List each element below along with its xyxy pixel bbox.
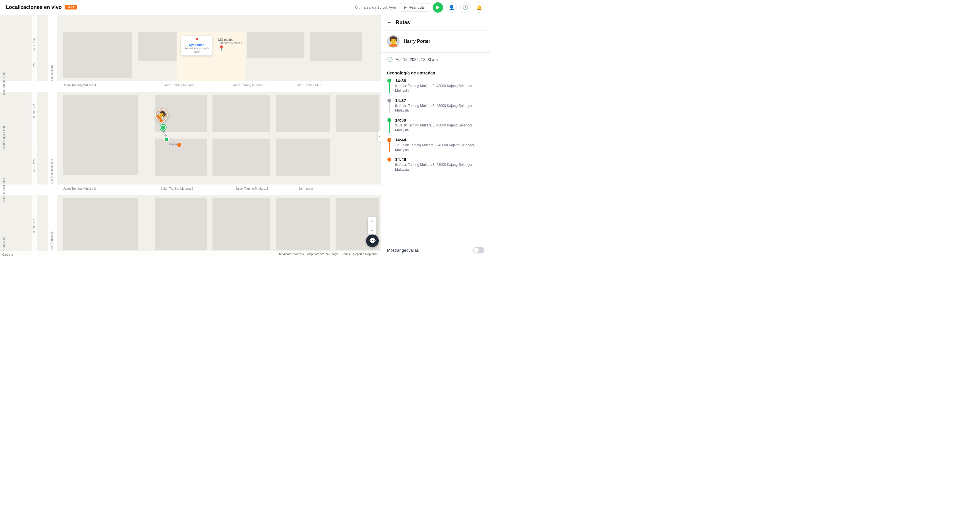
timeline-item-4: 14:46 9. Jalan Taming Mutiara 3, 43000 K… bbox=[387, 157, 484, 172]
last-exit-text: Última salida 15:53, Ayer bbox=[355, 5, 396, 10]
timeline-time-1: 14:37 bbox=[395, 98, 484, 103]
timeline-addr-1: 9. Jalan Taming Mutiara 3, 43000 Kajang … bbox=[395, 104, 484, 113]
timeline-dot-2 bbox=[387, 118, 391, 122]
md-pin-icon: 📍 bbox=[218, 45, 242, 51]
bell-icon-button[interactable]: 🔔 bbox=[474, 2, 484, 13]
timeline-item-0: 14:36 9. Jalan Taming Mutiara 3, 43000 K… bbox=[387, 78, 484, 93]
date-clock-icon: 🕐 bbox=[387, 57, 393, 62]
timeline-addr-2: 9. Jalan Taming Mutiara 3, 43000 Kajang … bbox=[395, 123, 484, 133]
right-panel: ← Rutas 🧑‍🦱 Harry Potter 🕐 Apr 12, 2024,… bbox=[381, 15, 490, 257]
user-icon: 👤 bbox=[449, 5, 455, 10]
report-error-link[interactable]: Report a map error bbox=[353, 253, 378, 256]
timeline-time-0: 14:36 bbox=[395, 78, 484, 83]
timeline-dot-3 bbox=[387, 138, 391, 142]
trail-dot-5 bbox=[172, 143, 174, 145]
avatar: 🧑‍🦱 bbox=[387, 35, 400, 48]
timeline-time-2: 14:38 bbox=[395, 118, 484, 123]
beta-badge: BETA bbox=[65, 5, 77, 10]
timeline-content-4: 14:46 9. Jalan Taming Mutiara 3, 43000 K… bbox=[395, 157, 484, 172]
zoom-in-button[interactable]: + bbox=[368, 217, 376, 226]
timeline-line-0 bbox=[389, 83, 390, 93]
trail-dot-4 bbox=[169, 143, 172, 145]
keyboard-shortcuts[interactable]: Keyboard shortcuts bbox=[279, 253, 304, 256]
map-data: Map data ©2024 Google bbox=[307, 253, 339, 256]
svg-marker-0 bbox=[436, 5, 440, 10]
date-text: Apr 12, 2024, 12:00 am bbox=[396, 57, 438, 62]
chat-button[interactable]: 💬 bbox=[366, 234, 379, 247]
bell-icon: 🔔 bbox=[476, 5, 482, 10]
timeline-dot-1 bbox=[387, 99, 391, 103]
panel-title: Rutas bbox=[396, 19, 410, 26]
timeline-content-3: 14:44 12. Jalan Taming Mutiara 2, 43000 … bbox=[395, 137, 484, 153]
timeline-dot-col-2 bbox=[387, 118, 391, 133]
play-icon: ▶ bbox=[404, 5, 407, 10]
trail-dot-6 bbox=[175, 143, 177, 145]
zoom-controls: + − bbox=[368, 217, 376, 234]
kyo-name: Kyo Studio bbox=[183, 43, 210, 47]
timeline-time-3: 14:44 bbox=[395, 137, 484, 142]
chat-icon: 💬 bbox=[369, 238, 376, 244]
trail-dot-green-start bbox=[160, 125, 166, 131]
date-info-row: 🕐 Apr 12, 2024, 12:00 am bbox=[381, 53, 490, 66]
timeline-item-3: 14:44 12. Jalan Taming Mutiara 2, 43000 … bbox=[387, 137, 484, 153]
timeline-addr-4: 9. Jalan Taming Mutiara 3, 43000 Kajang … bbox=[395, 163, 484, 172]
zoom-out-button[interactable]: − bbox=[368, 226, 376, 234]
app-title: Localizaciones en vivo bbox=[6, 4, 62, 10]
timeline-dot-0 bbox=[387, 79, 391, 83]
trail-dot-orange bbox=[177, 143, 181, 147]
timeline-section: Cronología de entradas 14:36 9. Jalan Ta… bbox=[381, 66, 490, 243]
geofence-label: Mostrar geovallas bbox=[387, 248, 419, 253]
clock-icon: 🕐 bbox=[463, 5, 468, 10]
timeline-content-1: 14:37 9. Jalan Taming Mutiara 3, 43000 K… bbox=[395, 98, 484, 113]
play-button[interactable] bbox=[433, 2, 443, 13]
timeline-line-2 bbox=[389, 122, 390, 133]
user-name: Harry Potter bbox=[404, 39, 430, 44]
timeline-item-2: 14:38 9. Jalan Taming Mutiara 3, 43000 K… bbox=[387, 118, 484, 133]
geofence-toggle[interactable] bbox=[473, 247, 484, 254]
user-icon-button[interactable]: 👤 bbox=[447, 2, 457, 13]
terms-link[interactable]: Terms bbox=[342, 253, 350, 256]
clock-icon-button[interactable]: 🕐 bbox=[460, 2, 471, 13]
user-info-row: 🧑‍🦱 Harry Potter bbox=[381, 30, 490, 53]
timeline-content-0: 14:36 9. Jalan Taming Mutiara 3, 43000 K… bbox=[395, 78, 484, 93]
header-left: Localizaciones en vivo BETA bbox=[6, 4, 77, 10]
timeline-dot-4 bbox=[387, 158, 391, 161]
timeline-item-1: 14:37 9. Jalan Taming Mutiara 3, 43000 K… bbox=[387, 98, 484, 113]
google-logo: Google bbox=[2, 253, 13, 256]
map-bottom-bar: Google Keyboard shortcuts Map data ©2024… bbox=[0, 250, 381, 257]
map-area[interactable]: 📍 Kyo Studio Aromatherapy supply store M… bbox=[0, 15, 381, 257]
timeline-addr-3: 12. Jalan Taming Mutiara 2, 43000 Kajang… bbox=[395, 143, 484, 153]
reanudar-button[interactable]: ▶ Reanudar bbox=[400, 3, 429, 11]
reanudar-label: Reanudar bbox=[409, 5, 425, 10]
kyo-studio-poi: 📍 Kyo Studio Aromatherapy supply store bbox=[181, 36, 213, 56]
map-background: 📍 Kyo Studio Aromatherapy supply store M… bbox=[0, 15, 381, 257]
geofence-row: Mostrar geovallas bbox=[381, 243, 490, 257]
toggle-knob bbox=[474, 248, 479, 253]
timeline-addr-0: 9. Jalan Taming Mutiara 3, 43000 Kajang … bbox=[395, 84, 484, 93]
timeline-time-4: 14:46 bbox=[395, 157, 484, 162]
chevron-right-icon: › bbox=[379, 134, 380, 139]
panel-header: ← Rutas bbox=[381, 15, 490, 30]
avatar-image: 🧑‍🦱 bbox=[388, 36, 399, 47]
md-name: MD mokbal bbox=[218, 38, 242, 41]
trail-dot-green-2 bbox=[164, 137, 169, 142]
timeline-header: Cronología de entradas bbox=[387, 66, 484, 78]
md-mokbal-poi: MD mokbal Temporarily closed 📍 bbox=[218, 38, 242, 51]
timeline-dot-col-0 bbox=[387, 78, 391, 93]
trail-dot-2 bbox=[164, 134, 167, 137]
trail-dot-1 bbox=[162, 131, 165, 133]
md-sub: Temporarily closed bbox=[218, 41, 242, 45]
header-right: Última salida 15:53, Ayer ▶ Reanudar 👤 🕐… bbox=[355, 2, 484, 13]
panel-expand-button[interactable]: › bbox=[378, 131, 381, 141]
timeline-dot-col-4 bbox=[387, 157, 391, 172]
timeline-dot-col-1 bbox=[387, 98, 391, 113]
timeline-dot-col-3 bbox=[387, 137, 391, 153]
timeline-line-3 bbox=[389, 142, 390, 153]
timeline-content-2: 14:38 9. Jalan Taming Mutiara 3, 43000 K… bbox=[395, 118, 484, 133]
back-button[interactable]: ← bbox=[387, 19, 392, 26]
kyo-sub: Aromatherapy supply store bbox=[183, 47, 210, 53]
kyo-icon: 📍 bbox=[183, 37, 210, 43]
main-layout: 📍 Kyo Studio Aromatherapy supply store M… bbox=[0, 15, 490, 257]
header: Localizaciones en vivo BETA Última salid… bbox=[0, 0, 490, 15]
timeline-line-1 bbox=[389, 103, 390, 113]
